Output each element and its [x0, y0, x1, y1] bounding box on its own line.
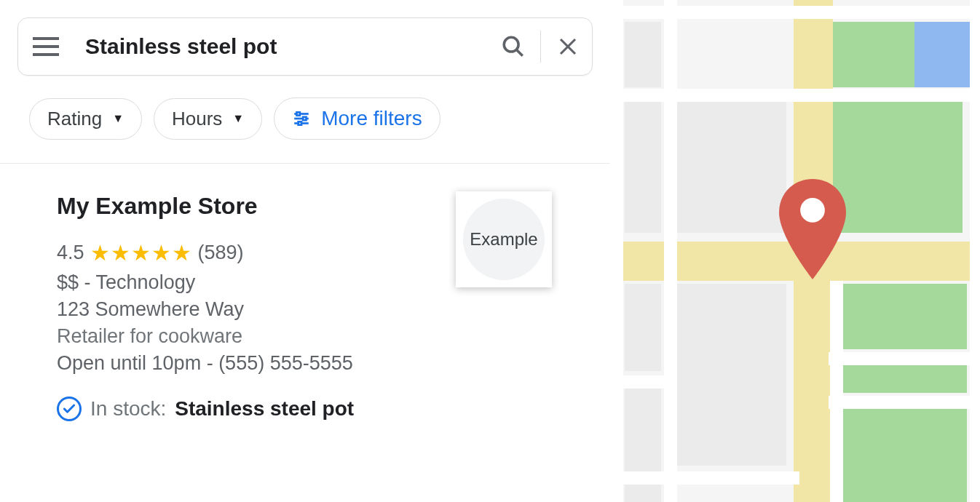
result-rating-value: 4.5: [57, 242, 84, 264]
instock-label: In stock:: [90, 397, 166, 421]
filter-rating-label: Rating: [47, 108, 102, 130]
map-pin-icon[interactable]: [779, 179, 846, 279]
filter-hours-label: Hours: [172, 108, 222, 130]
svg-rect-8: [303, 117, 306, 120]
result-category: Technology: [96, 271, 196, 293]
svg-point-0: [504, 37, 518, 52]
svg-rect-9: [299, 121, 301, 124]
filter-row: Rating ▼ Hours ▼ More filters: [29, 97, 593, 140]
star-icons: ★★★★★: [90, 240, 192, 266]
filter-rating[interactable]: Rating ▼: [29, 98, 142, 140]
search-input[interactable]: [85, 34, 495, 59]
search-divider: [540, 31, 541, 63]
map-canvas[interactable]: [610, 0, 980, 502]
filter-hours[interactable]: Hours ▼: [154, 98, 262, 140]
clear-search-button[interactable]: [550, 28, 586, 65]
search-result-item[interactable]: My Example Store 4.5 ★★★★★ (589) $$ - Te…: [0, 164, 610, 421]
svg-line-1: [516, 49, 523, 56]
instock-product: Stainless steel pot: [175, 397, 354, 421]
result-hours: Open until 10pm: [57, 352, 201, 374]
search-bar: [17, 17, 593, 76]
result-description: Retailer for cookware: [57, 325, 610, 348]
menu-icon[interactable]: [33, 31, 63, 62]
search-icon: [501, 34, 526, 59]
result-review-count: (589): [198, 242, 244, 264]
sliders-icon: [292, 109, 311, 128]
svg-rect-7: [297, 112, 300, 115]
chevron-down-icon: ▼: [232, 112, 244, 125]
result-phone: (555) 555-5555: [218, 352, 353, 374]
search-results-panel: Rating ▼ Hours ▼ More filters: [0, 0, 610, 502]
close-icon: [557, 36, 579, 57]
filter-more[interactable]: More filters: [274, 97, 440, 140]
svg-point-10: [800, 198, 825, 223]
chevron-down-icon: ▼: [112, 112, 124, 125]
filter-more-label: More filters: [321, 107, 422, 130]
thumbnail-placeholder: Example: [463, 199, 545, 280]
check-circle-icon: [57, 397, 82, 421]
result-address: 123 Somewhere Way: [57, 298, 610, 321]
result-thumbnail[interactable]: Example: [456, 191, 552, 287]
result-price: $$: [57, 271, 79, 293]
result-hours-phone: Open until 10pm - (555) 555-5555: [57, 352, 610, 375]
result-instock-row: In stock: Stainless steel pot: [57, 397, 610, 421]
search-button[interactable]: [495, 28, 532, 65]
